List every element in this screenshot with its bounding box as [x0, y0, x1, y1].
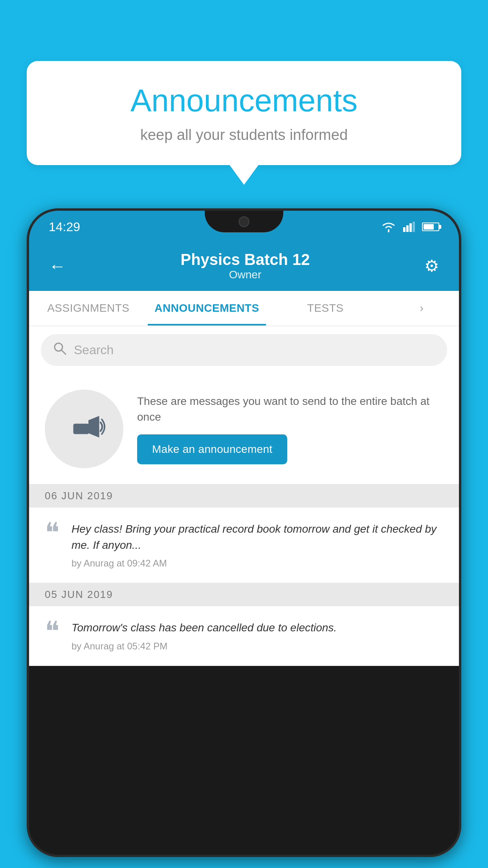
- tab-assignments[interactable]: ASSIGNMENTS: [29, 291, 148, 326]
- batch-subtitle: Owner: [66, 268, 424, 281]
- svg-rect-2: [409, 223, 412, 232]
- camera-dot: [238, 216, 250, 227]
- batch-title: Physics Batch 12: [66, 251, 424, 268]
- search-placeholder: Search: [74, 343, 114, 357]
- power-button[interactable]: [459, 317, 461, 364]
- announcement-body-2: Tomorrow's class has been cancelled due …: [72, 620, 443, 636]
- signal-icon: [403, 222, 415, 232]
- phone-content: Search These are me: [29, 326, 459, 666]
- announcement-item-2[interactable]: ❝ Tomorrow's class has been cancelled du…: [29, 606, 459, 666]
- svg-rect-1: [406, 225, 409, 232]
- tab-more[interactable]: ›: [385, 291, 459, 326]
- cta-description: These are messages you want to send to t…: [137, 394, 443, 424]
- quote-icon-1: ❝: [45, 519, 60, 547]
- announcement-body-1: Hey class! Bring your practical record b…: [72, 521, 443, 553]
- phone-notch: [205, 211, 283, 232]
- svg-rect-7: [73, 424, 89, 434]
- announcement-cta: These are messages you want to send to t…: [29, 374, 459, 484]
- search-icon: [53, 341, 67, 359]
- announcement-text-1: Hey class! Bring your practical record b…: [72, 521, 443, 569]
- date-separator-2: 05 JUN 2019: [29, 583, 459, 606]
- svg-marker-6: [88, 416, 99, 438]
- phone-container: 14:29: [27, 208, 461, 868]
- announcement-meta-1: by Anurag at 09:42 AM: [72, 558, 443, 569]
- megaphone-icon: [62, 407, 106, 451]
- megaphone-circle: [45, 390, 123, 468]
- search-bar[interactable]: Search: [41, 334, 447, 366]
- phone-frame: 14:29: [27, 208, 461, 857]
- tabs-bar: ASSIGNMENTS ANNOUNCEMENTS TESTS ›: [29, 291, 459, 326]
- status-icons: [381, 221, 439, 232]
- volume-down-button[interactable]: [27, 333, 29, 372]
- svg-line-5: [61, 350, 66, 354]
- cta-right: These are messages you want to send to t…: [137, 394, 443, 464]
- announcement-text-2: Tomorrow's class has been cancelled due …: [72, 620, 443, 652]
- header-title-block: Physics Batch 12 Owner: [66, 251, 424, 281]
- status-time: 14:29: [49, 220, 80, 234]
- speech-bubble-subtitle: keep all your students informed: [50, 127, 438, 143]
- search-bar-wrap: Search: [29, 326, 459, 374]
- tab-announcements[interactable]: ANNOUNCEMENTS: [148, 291, 266, 326]
- svg-rect-3: [413, 222, 415, 232]
- tab-tests[interactable]: TESTS: [266, 291, 385, 326]
- battery-icon: [422, 223, 439, 231]
- settings-icon[interactable]: ⚙: [424, 256, 439, 276]
- wifi-icon: [381, 221, 396, 232]
- speech-bubble-container: Announcements keep all your students inf…: [27, 61, 461, 185]
- date-separator-1: 06 JUN 2019: [29, 484, 459, 508]
- quote-icon-2: ❝: [45, 618, 60, 645]
- make-announcement-button[interactable]: Make an announcement: [137, 434, 287, 464]
- speech-bubble-title: Announcements: [50, 83, 438, 119]
- back-button[interactable]: ←: [49, 256, 66, 276]
- announcement-item-1[interactable]: ❝ Hey class! Bring your practical record…: [29, 508, 459, 583]
- speech-bubble-arrow: [229, 164, 259, 185]
- announcement-meta-2: by Anurag at 05:42 PM: [72, 641, 443, 652]
- speech-bubble: Announcements keep all your students inf…: [27, 61, 461, 165]
- svg-rect-0: [403, 227, 405, 232]
- app-header: ← Physics Batch 12 Owner ⚙: [29, 243, 459, 291]
